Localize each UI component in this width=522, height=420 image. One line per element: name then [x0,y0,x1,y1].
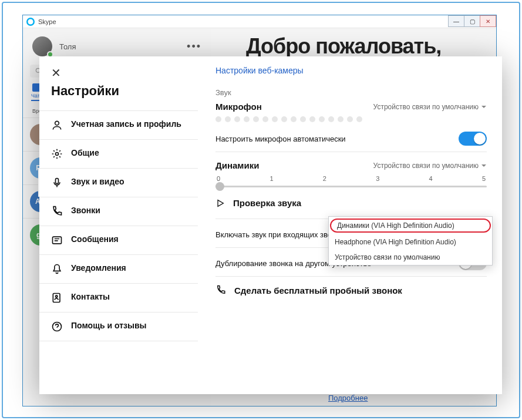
svg-point-8 [56,295,58,297]
webcam-settings-link[interactable]: Настройки веб-камеры [215,66,304,75]
chevron-down-icon [481,163,487,169]
settings-nav-item[interactable]: Помощь и отзывы [39,312,198,341]
sound-section-label: Звук [215,88,487,97]
settings-nav-label: Сообщения [71,234,119,244]
phone-icon [51,206,63,217]
slider-tick: 1 [270,175,273,182]
minimize-button[interactable]: — [448,15,464,27]
dropdown-option[interactable]: Устройство связи по умолчанию [329,250,492,265]
slider-tick: 4 [429,175,433,182]
mic-icon [51,177,63,189]
contacts-icon [51,292,63,304]
more-info-link[interactable]: Подробнее [328,394,368,402]
settings-nav: ✕ Настройки Учетная запись и профильОбщи… [39,56,198,394]
svg-point-3 [55,121,59,125]
skype-logo-icon [26,18,35,26]
welcome-heading: Добро пожаловать, [246,34,441,59]
speakers-dropdown: Динамики (VIA High Definition Audio)Head… [328,216,493,266]
settings-nav-item[interactable]: Контакты [39,283,198,312]
close-window-button[interactable]: ✕ [480,15,496,27]
settings-nav-item[interactable]: Учетная запись и профиль [39,110,198,139]
svg-point-0 [28,19,33,24]
chevron-down-icon [481,104,487,110]
message-icon [51,234,63,246]
avatar [32,36,52,56]
profile-name: Толя [59,42,76,51]
settings-nav-label: Контакты [71,292,110,301]
settings-nav-item[interactable]: Общие [39,139,198,168]
settings-nav-item[interactable]: Уведомления [39,254,198,283]
settings-nav-item[interactable]: Сообщения [39,226,198,254]
speakers-volume-slider[interactable]: 012345 [215,175,487,187]
bell-icon [51,263,63,275]
dropdown-option[interactable]: Динамики (VIA High Definition Audio) [330,219,491,233]
svg-rect-5 [56,179,59,184]
slider-tick: 5 [482,175,486,182]
microphone-level-meter [215,116,487,122]
help-icon [51,321,63,332]
sound-test-button[interactable]: Проверка звука [215,198,487,208]
settings-nav-label: Общие [71,148,99,157]
svg-point-4 [56,153,59,156]
dropdown-option[interactable]: Headphone (VIA High Definition Audio) [329,234,492,250]
slider-thumb[interactable] [215,182,224,191]
speakers-device-select[interactable]: Устройство связи по умолчанию [373,162,487,170]
settings-nav-label: Уведомления [71,263,126,273]
auto-mic-toggle[interactable] [459,132,487,146]
window-title: Skype [38,18,56,25]
microphone-device-select[interactable]: Устройство связи по умолчанию [373,103,487,111]
skype-window: Skype — ▢ ✕ Добро пожаловать, Толя ••• П… [22,15,497,406]
speakers-heading: Динамики [215,160,259,170]
settings-nav-label: Помощь и отзывы [71,321,147,330]
phone-icon [215,285,226,295]
settings-nav-label: Учетная запись и профиль [71,119,181,129]
settings-nav-item[interactable]: Звонки [39,197,198,226]
gear-icon [51,148,63,160]
slider-tick: 2 [323,175,326,182]
settings-nav-label: Звонки [71,206,100,215]
window-controls: — ▢ ✕ [449,15,496,27]
slider-tick: 3 [376,175,379,182]
auto-mic-label: Настроить микрофон автоматически [215,135,346,143]
free-test-call-button[interactable]: Сделать бесплатный пробный звонок [215,285,487,295]
user-icon [51,119,63,131]
microphone-heading: Микрофон [215,102,262,112]
play-icon [215,199,225,208]
titlebar: Skype — ▢ ✕ [23,15,496,28]
settings-nav-label: Звук и видео [71,177,124,186]
more-icon[interactable]: ••• [187,41,201,53]
settings-nav-item[interactable]: Звук и видео [39,168,198,197]
maximize-button[interactable]: ▢ [464,15,480,27]
slider-tick: 0 [217,175,220,182]
settings-close-button[interactable]: ✕ [39,56,198,83]
settings-title: Настройки [39,83,198,110]
